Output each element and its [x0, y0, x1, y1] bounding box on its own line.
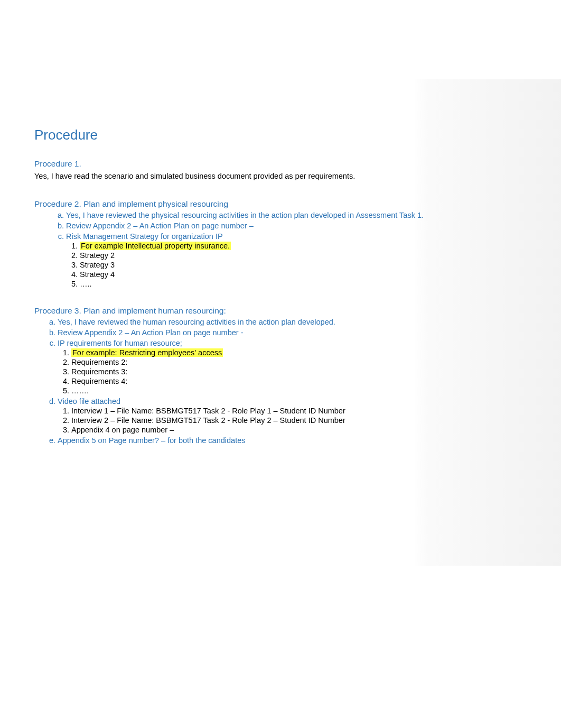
p2-c-4: Strategy 4	[80, 270, 524, 279]
p3-d3-text: Appendix 4 on page number –	[71, 426, 174, 434]
p2-c-sublist: For example Intellectual property insura…	[66, 242, 524, 288]
p2-item-a: Yes, I have reviewed the physical resour…	[66, 211, 524, 219]
procedure-3: Procedure 3. Plan and implement human re…	[34, 306, 524, 445]
p3-a-text: Yes, I have reviewed the human resourcin…	[58, 318, 335, 326]
p2-c-3: Strategy 3	[80, 261, 524, 269]
p3-c-3: Requirements 3:	[71, 367, 524, 376]
p3-c5-text: …….	[71, 386, 89, 395]
p2-item-c: Risk Management Strategy for organizatio…	[66, 232, 524, 288]
procedure-3-heading: Procedure 3. Plan and implement human re…	[34, 306, 524, 316]
p2-a-text: Yes, I have reviewed the physical resour…	[66, 211, 424, 219]
procedure-1-heading: Procedure 1.	[34, 159, 524, 169]
p3-item-c: IP requirements for human resource; For …	[58, 339, 524, 395]
document-page: Procedure Procedure 1. Yes, I have read …	[0, 0, 561, 728]
p3-c-sublist: For example: Restricting employees' acce…	[58, 348, 524, 395]
p3-c3-text: Requirements 3:	[71, 367, 127, 376]
procedure-2-heading: Procedure 2. Plan and implement physical…	[34, 199, 524, 209]
p3-item-a: Yes, I have reviewed the human resourcin…	[58, 318, 524, 326]
p3-c-text: IP requirements for human resource;	[58, 339, 182, 347]
page-title: Procedure	[34, 127, 524, 143]
p2-c-2: Strategy 2	[80, 251, 524, 260]
p3-c2-text: Requirements 2:	[71, 358, 127, 366]
p2-c1-text: For example Intellectual property insura…	[80, 242, 231, 250]
procedure-2-list: Yes, I have reviewed the physical resour…	[34, 211, 524, 288]
p3-c-4: Requirements 4:	[71, 377, 524, 385]
p2-c5-text: …..	[80, 280, 92, 288]
p3-item-d: Video file attached Interview 1 – File N…	[58, 397, 524, 434]
p3-c-1: For example: Restricting employees' acce…	[71, 348, 524, 357]
p3-e-text: Appendix 5 on Page number? – for both th…	[58, 436, 246, 445]
p3-c4-text: Requirements 4:	[71, 377, 127, 385]
p3-b-text: Review Appendix 2 – An Action Plan on pa…	[58, 328, 243, 337]
p3-item-e: Appendix 5 on Page number? – for both th…	[58, 436, 524, 445]
p2-c-5: …..	[80, 280, 524, 288]
p2-c4-text: Strategy 4	[80, 270, 115, 279]
p2-c-1: For example Intellectual property insura…	[80, 242, 524, 250]
p3-item-b: Review Appendix 2 – An Action Plan on pa…	[58, 328, 524, 337]
p3-c1-text: For example: Restricting employees' acce…	[71, 348, 223, 357]
p3-d-sublist: Interview 1 – File Name: BSBMGT517 Task …	[58, 407, 524, 434]
procedure-3-list: Yes, I have reviewed the human resourcin…	[34, 318, 524, 445]
procedure-1: Procedure 1. Yes, I have read the scenar…	[34, 159, 524, 181]
p2-item-b: Review Appendix 2 – An Action Plan on pa…	[66, 222, 524, 230]
procedure-1-text: Yes, I have read the scenario and simula…	[34, 171, 524, 181]
p2-c-text: Risk Management Strategy for organizatio…	[66, 232, 223, 241]
p2-b-text: Review Appendix 2 – An Action Plan on pa…	[66, 222, 254, 230]
p3-d1-text: Interview 1 – File Name: BSBMGT517 Task …	[71, 407, 345, 415]
p3-d-2: Interview 2 – File Name: BSBMGT517 Task …	[71, 416, 524, 425]
p3-d2-text: Interview 2 – File Name: BSBMGT517 Task …	[71, 416, 345, 425]
p3-d-text: Video file attached	[58, 397, 120, 406]
p2-c2-text: Strategy 2	[80, 251, 115, 260]
p3-c-2: Requirements 2:	[71, 358, 524, 366]
p3-d-1: Interview 1 – File Name: BSBMGT517 Task …	[71, 407, 524, 415]
p2-c3-text: Strategy 3	[80, 261, 115, 269]
p3-c-5: …….	[71, 386, 524, 395]
procedure-2: Procedure 2. Plan and implement physical…	[34, 199, 524, 288]
p3-d-3: Appendix 4 on page number –	[71, 426, 524, 434]
